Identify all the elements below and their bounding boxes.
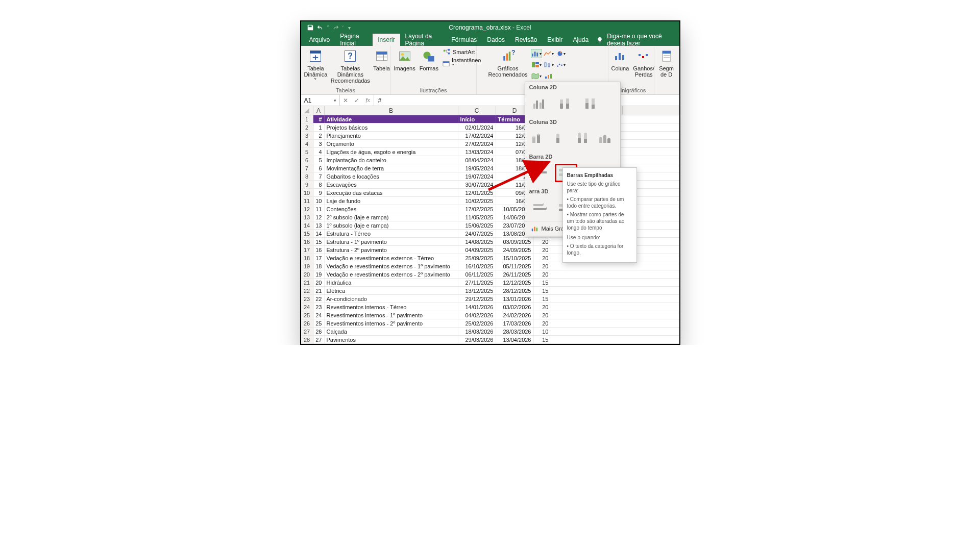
cell-termino[interactable]: 13/01/2026 (496, 295, 534, 303)
cell-dur[interactable]: 20 (534, 319, 551, 327)
row-header[interactable]: 4 (301, 140, 313, 147)
clustered-column-3d[interactable] (530, 130, 548, 146)
cell-inicio[interactable]: 13/12/2025 (458, 287, 496, 294)
undo-icon[interactable] (316, 23, 325, 32)
cell-dur[interactable]: 20 (534, 262, 551, 270)
column-chart-dropdown[interactable]: ▾ (531, 49, 542, 58)
recommended-pivot-button[interactable]: ? Tabelas Dinâmicas Recomendadas (331, 48, 369, 84)
row-header[interactable]: 26 (301, 319, 313, 327)
table-button[interactable]: Tabela (373, 48, 389, 71)
cell-inicio[interactable]: 14/08/2025 (458, 238, 496, 245)
cell-dur[interactable]: 20 (534, 311, 551, 319)
row-header[interactable]: 7 (301, 164, 313, 172)
cell-atividade[interactable]: Projetos básicos (325, 123, 458, 131)
slicer-button[interactable]: Segm de D (657, 48, 676, 78)
cell-num[interactable]: 2 (313, 132, 325, 139)
cell-num[interactable]: 3 (313, 140, 325, 147)
cell-inicio[interactable]: 24/07/2025 (458, 230, 496, 237)
row-header[interactable]: 18 (301, 254, 313, 262)
cell-C1[interactable]: Início (458, 115, 496, 123)
cell-atividade[interactable]: 1º subsolo (laje e rampa) (325, 221, 458, 229)
row-header[interactable]: 12 (301, 205, 313, 213)
cell-atividade[interactable]: Pavimentos (325, 336, 458, 343)
cell-inicio[interactable]: 04/09/2025 (458, 246, 496, 254)
cell-termino[interactable]: 28/03/2026 (496, 328, 534, 335)
row-header[interactable]: 24 (301, 303, 313, 311)
100-stacked-column-2d[interactable] (581, 95, 602, 112)
row-header[interactable]: 3 (301, 132, 313, 139)
cell-num[interactable]: 17 (313, 254, 325, 262)
confirm-icon[interactable]: ✓ (351, 97, 362, 104)
screenshot-button[interactable]: Instantâneo ˅ (443, 57, 480, 70)
row-header[interactable]: 19 (301, 262, 313, 270)
stacked-column-3d[interactable] (553, 130, 570, 146)
cell-termino[interactable]: 24/09/2025 (496, 246, 534, 254)
cell-num[interactable]: 1 (313, 123, 325, 131)
col-B[interactable]: B (325, 106, 458, 115)
cell-inicio[interactable]: 27/02/2024 (458, 140, 496, 147)
row-header[interactable]: 17 (301, 246, 313, 254)
row-header[interactable]: 15 (301, 230, 313, 237)
cell-dur[interactable]: 15 (534, 279, 551, 286)
cell-inicio[interactable]: 25/09/2025 (458, 254, 496, 262)
hierarchy-chart-dropdown[interactable]: ▾ (531, 60, 542, 69)
cell-A1[interactable]: # (313, 115, 325, 123)
cell-dur[interactable]: 15 (534, 287, 551, 294)
sparkline-winloss-button[interactable]: Ganhos/ Perdas (633, 48, 654, 78)
cell-num[interactable]: 14 (313, 230, 325, 237)
cell-num[interactable]: 27 (313, 336, 325, 343)
cell-inicio[interactable]: 02/01/2024 (458, 123, 496, 131)
row-header[interactable]: 20 (301, 270, 313, 278)
cell-dur[interactable]: 15 (534, 336, 551, 343)
cell-inicio[interactable]: 30/07/2024 (458, 181, 496, 188)
row-header[interactable]: 25 (301, 311, 313, 319)
cell-inicio[interactable]: 29/12/2025 (458, 295, 496, 303)
cell-inicio[interactable]: 17/02/2024 (458, 132, 496, 139)
statistic-chart-dropdown[interactable]: ▾ (543, 60, 554, 69)
row-header[interactable]: 21 (301, 279, 313, 286)
shapes-button[interactable]: Formas (420, 48, 438, 71)
cell-inicio[interactable]: 25/02/2026 (458, 319, 496, 327)
cell-inicio[interactable]: 19/07/2024 (458, 172, 496, 180)
tab-ajuda[interactable]: Ajuda (568, 34, 594, 46)
cell-termino[interactable]: 15/10/2025 (496, 254, 534, 262)
cell-atividade[interactable]: Planejamento (325, 132, 458, 139)
cell-termino[interactable]: 03/02/2026 (496, 303, 534, 311)
map-chart-dropdown[interactable]: ▾ (531, 71, 542, 81)
cell-atividade[interactable]: Vedação e revestimentos externos - 2º pa… (325, 270, 458, 278)
fx-icon[interactable]: fx (362, 97, 374, 104)
cell-inicio[interactable]: 29/03/2026 (458, 336, 496, 343)
cell-inicio[interactable]: 08/04/2024 (458, 156, 496, 164)
cell-num[interactable]: 8 (313, 181, 325, 188)
tab-arquivo[interactable]: Arquivo (304, 34, 335, 46)
cell-atividade[interactable]: Execução das estacas (325, 189, 458, 196)
clustered-bar-2d[interactable] (530, 165, 551, 181)
cell-num[interactable]: 7 (313, 172, 325, 180)
pie-chart-dropdown[interactable]: ▾ (555, 49, 567, 58)
cell-termino[interactable]: 05/11/2025 (496, 262, 534, 270)
row-header[interactable]: 8 (301, 172, 313, 180)
cell-atividade[interactable]: Revestimentos internos - 2º pavimento (325, 319, 458, 327)
cell-num[interactable]: 9 (313, 189, 325, 196)
clustered-bar-3d[interactable] (530, 199, 551, 216)
row-header[interactable]: 9 (301, 181, 313, 188)
cell-atividade[interactable]: Ligações de água, esgoto e energia (325, 148, 458, 156)
cell-num[interactable]: 19 (313, 270, 325, 278)
name-box[interactable]: A1▾ (301, 95, 340, 106)
cell-atividade[interactable]: Hidráulica (325, 279, 458, 286)
cell-num[interactable]: 16 (313, 246, 325, 254)
tab-layout[interactable]: Layout da Página (400, 34, 447, 46)
cell-num[interactable]: 23 (313, 303, 325, 311)
cell-num[interactable]: 21 (313, 287, 325, 294)
cell-termino[interactable]: 17/03/2026 (496, 319, 534, 327)
row-header[interactable]: 23 (301, 295, 313, 303)
cell-inicio[interactable]: 10/02/2025 (458, 197, 496, 205)
cell-atividade[interactable]: Movimentação de terra (325, 164, 458, 172)
cell-dur[interactable]: 20 (534, 303, 551, 311)
cell-termino[interactable]: 12/12/2025 (496, 279, 534, 286)
save-icon[interactable] (306, 23, 314, 32)
cell-inicio[interactable]: 12/01/2025 (458, 189, 496, 196)
tab-revisao[interactable]: Revisão (510, 34, 542, 46)
cell-termino[interactable]: 26/11/2025 (496, 270, 534, 278)
cell-atividade[interactable]: Vedação e revestimentos externos - 1º pa… (325, 262, 458, 270)
